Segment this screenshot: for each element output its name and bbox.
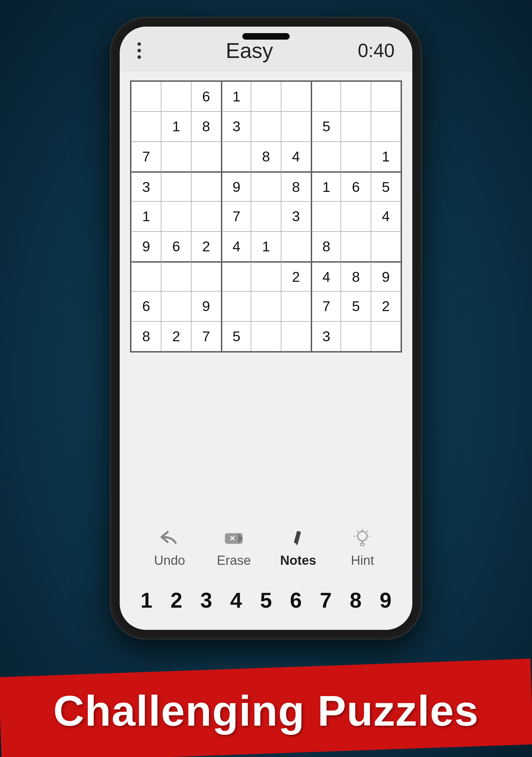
- number-button-4[interactable]: 4: [222, 586, 251, 615]
- sudoku-cell[interactable]: [131, 261, 161, 291]
- sudoku-cell[interactable]: [371, 82, 401, 111]
- sudoku-cell[interactable]: [251, 201, 281, 231]
- sudoku-cell[interactable]: 8: [311, 231, 341, 261]
- sudoku-cell[interactable]: 6: [191, 82, 221, 111]
- sudoku-cell[interactable]: 5: [341, 291, 370, 321]
- sudoku-cell[interactable]: [131, 111, 161, 141]
- notes-button[interactable]: Notes: [275, 528, 322, 568]
- sudoku-cell[interactable]: [341, 142, 370, 171]
- sudoku-cell[interactable]: [251, 291, 281, 321]
- sudoku-cell[interactable]: 5: [371, 171, 401, 201]
- sudoku-cell[interactable]: [341, 201, 370, 231]
- sudoku-cell[interactable]: 4: [221, 231, 251, 261]
- sudoku-cell[interactable]: [281, 291, 311, 321]
- sudoku-cell[interactable]: [161, 171, 191, 201]
- erase-button[interactable]: ✕ Erase: [210, 528, 257, 568]
- sudoku-cell[interactable]: [221, 291, 251, 321]
- sudoku-cell[interactable]: 9: [191, 291, 221, 321]
- svg-text:✕: ✕: [229, 535, 235, 542]
- sudoku-cell[interactable]: 8: [131, 321, 161, 351]
- svg-line-10: [357, 531, 358, 531]
- sudoku-cell[interactable]: [251, 82, 281, 111]
- number-button-5[interactable]: 5: [251, 586, 281, 615]
- sudoku-cell[interactable]: 9: [221, 171, 251, 201]
- sudoku-cell[interactable]: [311, 201, 341, 231]
- sudoku-cell[interactable]: [161, 201, 191, 231]
- sudoku-cell[interactable]: 2: [371, 291, 401, 321]
- sudoku-cell[interactable]: [161, 82, 191, 111]
- sudoku-cell[interactable]: [251, 261, 281, 291]
- sudoku-cell[interactable]: 7: [131, 142, 161, 171]
- sudoku-cell[interactable]: [251, 171, 281, 201]
- sudoku-cell[interactable]: 1: [311, 171, 341, 201]
- sudoku-cell[interactable]: 6: [131, 291, 161, 321]
- sudoku-cell[interactable]: 1: [251, 231, 281, 261]
- number-button-2[interactable]: 2: [162, 586, 191, 615]
- sudoku-cell[interactable]: [371, 321, 401, 351]
- number-button-7[interactable]: 7: [311, 586, 340, 615]
- sudoku-cell[interactable]: 3: [221, 111, 251, 141]
- sudoku-cell[interactable]: [221, 142, 251, 171]
- sudoku-cell[interactable]: [281, 231, 311, 261]
- sudoku-cell[interactable]: [131, 82, 161, 111]
- sudoku-cell[interactable]: [371, 111, 401, 141]
- sudoku-cell[interactable]: 3: [281, 201, 311, 231]
- sudoku-cell[interactable]: 7: [191, 321, 221, 351]
- sudoku-cell[interactable]: 8: [281, 171, 311, 201]
- sudoku-grid[interactable]: 6118357841398165173496241824896975282753: [130, 80, 402, 352]
- menu-button[interactable]: [137, 42, 141, 59]
- number-button-8[interactable]: 8: [341, 586, 370, 615]
- sudoku-cell[interactable]: 3: [131, 171, 161, 201]
- sudoku-cell[interactable]: [341, 321, 370, 351]
- sudoku-cell[interactable]: [281, 82, 311, 111]
- sudoku-cell[interactable]: [191, 171, 221, 201]
- sudoku-cell[interactable]: 2: [281, 261, 311, 291]
- sudoku-cell[interactable]: 1: [131, 201, 161, 231]
- number-button-3[interactable]: 3: [192, 586, 221, 615]
- sudoku-cell[interactable]: 8: [191, 111, 221, 141]
- sudoku-cell[interactable]: 4: [371, 201, 401, 231]
- sudoku-cell[interactable]: [371, 231, 401, 261]
- sudoku-cell[interactable]: 1: [221, 82, 251, 111]
- sudoku-cell[interactable]: 4: [311, 261, 341, 291]
- sudoku-cell[interactable]: [161, 291, 191, 321]
- sudoku-cell[interactable]: 6: [341, 171, 370, 201]
- sudoku-cell[interactable]: 9: [131, 231, 161, 261]
- number-button-6[interactable]: 6: [281, 586, 310, 615]
- hint-button[interactable]: Hint: [339, 528, 386, 568]
- sudoku-cell[interactable]: [341, 82, 370, 111]
- sudoku-cell[interactable]: [161, 142, 191, 171]
- sudoku-cell[interactable]: 7: [311, 291, 341, 321]
- sudoku-cell[interactable]: 2: [161, 321, 191, 351]
- sudoku-cell[interactable]: [281, 321, 311, 351]
- sudoku-cell[interactable]: [251, 321, 281, 351]
- sudoku-cell[interactable]: [191, 261, 221, 291]
- sudoku-cell[interactable]: 1: [371, 142, 401, 171]
- sudoku-cell[interactable]: 8: [341, 261, 370, 291]
- number-button-1[interactable]: 1: [132, 586, 162, 615]
- undo-button[interactable]: Undo: [146, 528, 193, 568]
- bottom-banner: Challenging Puzzles: [0, 658, 532, 757]
- sudoku-cell[interactable]: [191, 142, 221, 171]
- sudoku-cell[interactable]: 9: [371, 261, 401, 291]
- sudoku-cell[interactable]: [311, 142, 341, 171]
- number-button-9[interactable]: 9: [370, 586, 400, 615]
- sudoku-cell[interactable]: 3: [311, 321, 341, 351]
- sudoku-cell[interactable]: 5: [221, 321, 251, 351]
- sudoku-cell[interactable]: [191, 201, 221, 231]
- sudoku-cell[interactable]: 8: [251, 142, 281, 171]
- sudoku-cell[interactable]: 5: [311, 111, 341, 141]
- sudoku-cell[interactable]: 2: [191, 231, 221, 261]
- sudoku-cell[interactable]: [281, 111, 311, 141]
- sudoku-cell[interactable]: 7: [221, 201, 251, 231]
- sudoku-cell[interactable]: [221, 261, 251, 291]
- sudoku-cell[interactable]: 4: [281, 142, 311, 171]
- sudoku-cell[interactable]: [161, 261, 191, 291]
- sudoku-cell[interactable]: [341, 111, 370, 141]
- sudoku-cell[interactable]: 6: [161, 231, 191, 261]
- sudoku-cell[interactable]: [251, 111, 281, 141]
- svg-line-8: [367, 531, 368, 531]
- sudoku-cell[interactable]: 1: [161, 111, 191, 141]
- sudoku-cell[interactable]: [311, 82, 341, 111]
- sudoku-cell[interactable]: [341, 231, 370, 261]
